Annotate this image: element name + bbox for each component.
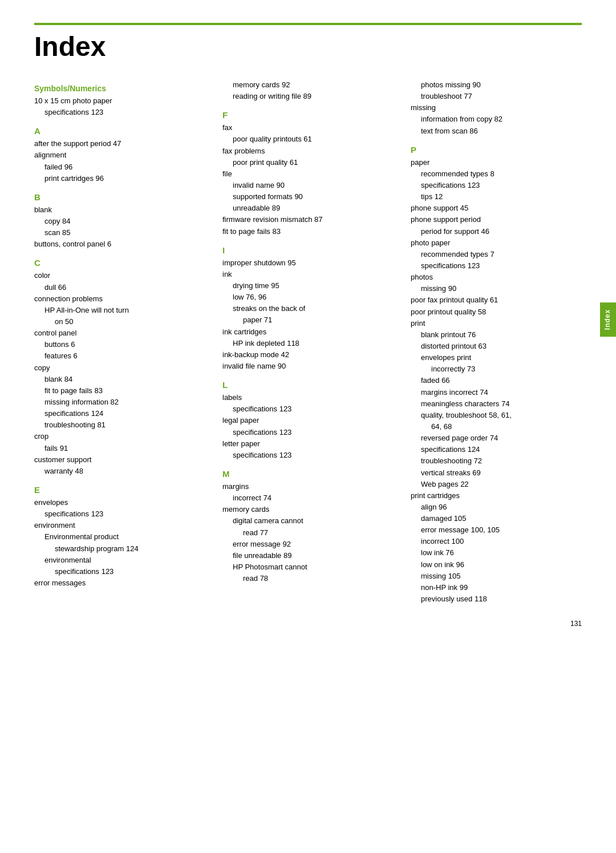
index-entry: customer support [34, 454, 205, 466]
index-entry: print [411, 318, 582, 329]
index-entry: improper shutdown 95 [222, 257, 394, 269]
section-letter-l: L [222, 380, 394, 390]
index-entry: align 96 [411, 502, 582, 513]
index-entry: ink-backup mode 42 [222, 349, 394, 361]
index-entry: faded 66 [411, 375, 582, 386]
index-entry: specifications 124 [411, 444, 582, 455]
index-entry: firmware revision mismatch 87 [222, 214, 394, 225]
entry-group: faxpoor quality printouts 61fax problems… [222, 122, 394, 237]
index-entry: letter paper [222, 438, 394, 450]
index-entry: missing 90 [411, 283, 582, 294]
index-entry: invalid name 90 [222, 180, 394, 191]
section-letter-a: A [34, 126, 205, 136]
index-entry: file [222, 168, 394, 180]
index-side-tab: Index [600, 302, 616, 337]
index-entry: HP All-in-One will not turn [34, 305, 205, 316]
index-entry: specifications 123 [34, 107, 205, 118]
index-entry: features 6 [34, 350, 205, 362]
index-entry: after the support period 47 [34, 138, 205, 149]
index-entry: buttons, control panel 6 [34, 238, 205, 250]
index-entry: read 78 [222, 573, 394, 584]
index-entry: color [34, 270, 205, 281]
section-letter-b: B [34, 192, 205, 202]
entry-group: after the support period 47alignmentfail… [34, 138, 205, 184]
index-entry: incorrect 74 [222, 492, 394, 504]
index-entry: recommended types 8 [411, 168, 582, 180]
index-entry: meaningless characters 74 [411, 398, 582, 410]
index-entry: memory cards 92 [222, 79, 394, 91]
index-entry: memory cards [222, 504, 394, 515]
index-entry: recommended types 7 [411, 249, 582, 260]
index-entry: envelopes print [411, 352, 582, 363]
entry-group: photos missing 90troubleshoot 77missingi… [411, 79, 582, 137]
index-entry: photos [411, 272, 582, 283]
section-letter-p: P [411, 145, 582, 155]
index-entry: specifications 123 [34, 508, 205, 520]
index-entry: invalid file name 90 [222, 361, 394, 372]
index-entry: error message 92 [222, 539, 394, 550]
index-entry: low ink 76 [411, 547, 582, 559]
index-entry: failed 96 [34, 161, 205, 173]
entry-group: marginsincorrect 74memory cardsdigital c… [222, 481, 394, 584]
index-entry: specifications 123 [222, 450, 394, 461]
index-entry: connection problems [34, 293, 205, 305]
page-number: 131 [570, 620, 582, 628]
section-letter-m: M [222, 469, 394, 479]
index-entry: HP Photosmart cannot [222, 561, 394, 573]
top-bar [34, 23, 582, 25]
index-entry: stewardship program 124 [34, 543, 205, 555]
index-entry: missing [411, 102, 582, 114]
index-entry: error messages [34, 577, 205, 589]
index-entry: distorted printout 63 [411, 341, 582, 352]
index-entry: incorrectly 73 [411, 363, 582, 375]
entry-group: labelsspecifications 123legal paperspeci… [222, 392, 394, 461]
index-entry: information from copy 82 [411, 114, 582, 125]
index-entry: missing 105 [411, 571, 582, 582]
index-entry: digital camera cannot [222, 515, 394, 527]
index-entry: photo paper [411, 237, 582, 249]
index-entry: specifications 123 [411, 180, 582, 191]
index-entry: print cartridges 96 [34, 173, 205, 184]
index-entry: blank 84 [34, 374, 205, 385]
index-entry: control panel [34, 328, 205, 339]
entry-group: 10 x 15 cm photo paperspecifications 123 [34, 95, 205, 118]
index-entry: alignment [34, 149, 205, 161]
index-entry: copy [34, 362, 205, 374]
index-entry: envelopes [34, 497, 205, 508]
index-entry: blank printout 76 [411, 329, 582, 341]
column-3: photos missing 90troubleshoot 77missingi… [411, 79, 582, 605]
index-entry: incorrect 100 [411, 536, 582, 547]
section-letter-e: E [34, 485, 205, 495]
section-letter-f: F [222, 110, 394, 120]
index-entry: text from scan 86 [411, 126, 582, 137]
index-entry: margins [222, 481, 394, 492]
index-entry: environmental [34, 555, 205, 566]
page: Index Symbols/Numerics10 x 15 cm photo p… [0, 0, 616, 639]
index-entry: file unreadable 89 [222, 550, 394, 561]
index-entry: blank [34, 204, 205, 216]
index-entry: fax problems [222, 145, 394, 157]
index-entry: specifications 123 [222, 403, 394, 415]
index-entry: non-HP ink 99 [411, 582, 582, 593]
entry-group: improper shutdown 95inkdrying time 95low… [222, 257, 394, 372]
index-entry: HP ink depleted 118 [222, 338, 394, 349]
index-entry: drying time 95 [222, 280, 394, 292]
index-entry: ink [222, 269, 394, 280]
index-entry: streaks on the back of [222, 303, 394, 314]
index-entry: on 50 [34, 316, 205, 328]
index-entry: environment [34, 520, 205, 531]
index-entry: vertical streaks 69 [411, 467, 582, 479]
index-entry: poor printout quality 58 [411, 306, 582, 318]
index-entry: ink cartridges [222, 326, 394, 338]
entry-group: memory cards 92reading or writing file 8… [222, 79, 394, 102]
index-entry: buttons 6 [34, 339, 205, 350]
index-entry: specifications 124 [34, 408, 205, 419]
index-entry: photos missing 90 [411, 79, 582, 91]
index-entry: 10 x 15 cm photo paper [34, 95, 205, 107]
index-entry: low on ink 96 [411, 559, 582, 571]
column-2: memory cards 92reading or writing file 8… [222, 79, 411, 605]
index-entry: error message 100, 105 [411, 524, 582, 536]
index-entry: poor quality printouts 61 [222, 134, 394, 145]
index-entry: poor print quality 61 [222, 157, 394, 168]
index-entry: poor fax printout quality 61 [411, 294, 582, 306]
